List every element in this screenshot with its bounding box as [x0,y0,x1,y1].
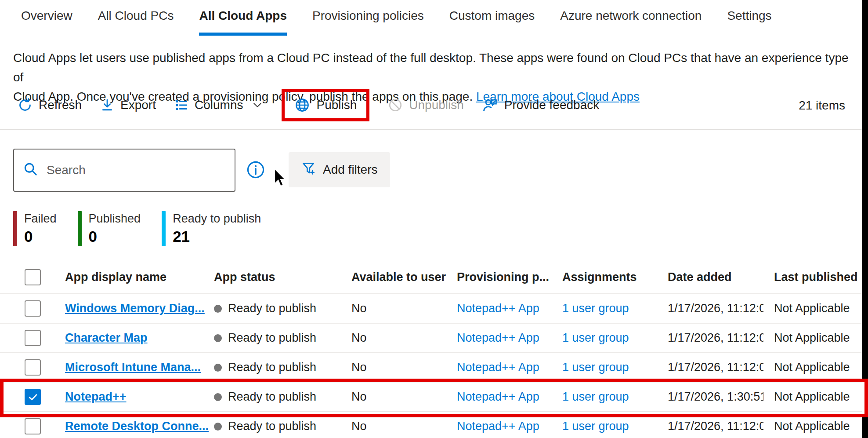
provisioning-policy-link[interactable]: Notepad++ App [457,390,539,403]
available-to-user-value: No [351,361,457,374]
app-status-text: Ready to publish [228,420,316,433]
app-name-link[interactable]: Remote Desktop Conne... [65,420,209,433]
tab-all-cloud-pcs[interactable]: All Cloud PCs [98,9,174,36]
tab-all-cloud-apps[interactable]: All Cloud Apps [199,9,287,36]
search-input[interactable] [47,163,226,177]
description-line-1: Cloud Apps let users use published apps … [13,51,849,84]
last-published-value: Not Applicable [774,361,862,374]
header-date-added[interactable]: Date added [668,270,774,284]
last-published-value: Not Applicable [774,302,862,315]
columns-button[interactable]: Columns [174,98,263,112]
status-failed: Failed 0 [13,211,57,246]
provisioning-policy-link[interactable]: Notepad++ App [457,331,539,344]
publish-label: Publish [316,98,357,112]
table-row: Remote Desktop Conne... Ready to publish… [0,411,862,438]
assignments-link[interactable]: 1 user group [562,302,629,315]
app-status-text: Ready to publish [228,390,316,404]
last-published-value: Not Applicable [774,331,862,345]
status-published: Published 0 [78,211,141,246]
publish-annotation-box: Publish [282,89,369,121]
export-label: Export [120,98,156,112]
refresh-button[interactable]: Refresh [18,98,82,113]
apps-table: App display name App status Available to… [0,261,862,438]
available-to-user-value: No [351,390,457,404]
row-checkbox[interactable] [25,300,41,317]
cursor-icon [273,168,286,190]
available-to-user-value: No [351,331,457,345]
row-checkbox[interactable] [25,330,41,346]
right-edge-strip-top [862,0,868,379]
failed-value: 0 [24,228,57,245]
search-box [13,149,235,192]
tab-custom-images[interactable]: Custom images [449,9,535,36]
assignments-link[interactable]: 1 user group [562,331,629,344]
header-assignments[interactable]: Assignments [562,270,668,284]
table-row: Microsoft Intune Mana... Ready to publis… [0,352,862,382]
app-name-link[interactable]: Microsoft Intune Mana... [65,361,201,374]
date-added-value: 1/17/2026, 11:12:0 [668,361,763,374]
columns-label: Columns [195,98,243,112]
last-published-value: Not Applicable [774,420,862,433]
tab-azure-network-connection[interactable]: Azure network connection [560,9,702,36]
published-label: Published [89,212,141,226]
status-dot-icon [214,364,222,372]
date-added-value: 1/17/2026, 11:12:0 [668,302,763,315]
header-provisioning-policy[interactable]: Provisioning p... [457,270,562,284]
header-app-status[interactable]: App status [214,270,351,284]
refresh-label: Refresh [39,98,82,112]
app-status-text: Ready to publish [228,361,316,374]
header-available-to-user[interactable]: Available to user [351,270,457,284]
tab-settings[interactable]: Settings [727,9,771,36]
add-filters-button[interactable]: Add filters [289,152,390,187]
chevron-down-icon [252,99,263,111]
refresh-icon [18,98,33,113]
last-published-value: Not Applicable [774,390,862,404]
export-icon [100,98,114,112]
select-all-checkbox[interactable] [25,269,41,285]
table-header-row: App display name App status Available to… [0,261,862,293]
table-row: Notepad++ Ready to publish No Notepad++ … [0,382,862,411]
ready-label: Ready to publish [173,212,261,226]
app-name-link[interactable]: Character Map [65,331,148,344]
check-icon [27,391,39,403]
publish-icon [294,97,310,113]
row-checkbox[interactable] [25,359,41,376]
columns-icon [174,98,188,112]
table-row: Windows Memory Diag... Ready to publish … [0,293,862,323]
table-row: Character Map Ready to publish No Notepa… [0,323,862,352]
assignments-link[interactable]: 1 user group [562,420,629,433]
assignments-link[interactable]: 1 user group [562,361,629,374]
status-dot-icon [214,423,222,431]
failed-label: Failed [24,212,57,226]
ready-value: 21 [173,228,261,245]
provide-feedback-label: Provide feedback [504,98,599,112]
available-to-user-value: No [351,420,457,433]
provisioning-policy-link[interactable]: Notepad++ App [457,420,539,433]
tab-provisioning-policies[interactable]: Provisioning policies [312,9,424,36]
publish-button[interactable]: Publish [294,97,357,113]
app-name-link[interactable]: Notepad++ [65,390,127,403]
provide-feedback-button[interactable]: Provide feedback [482,97,599,113]
provisioning-policy-link[interactable]: Notepad++ App [457,302,539,315]
info-icon[interactable] [246,160,265,181]
export-button[interactable]: Export [100,98,156,112]
unpublish-label: Unpublish [409,98,464,112]
ready-color-bar [162,211,166,246]
assignments-link[interactable]: 1 user group [562,390,629,403]
add-filters-label: Add filters [323,163,378,177]
failed-color-bar [13,211,17,246]
table-body: Windows Memory Diag... Ready to publish … [0,293,862,438]
app-status-text: Ready to publish [228,302,316,315]
row-checkbox[interactable] [25,389,41,405]
row-checkbox[interactable] [25,418,41,434]
provisioning-policy-link[interactable]: Notepad++ App [457,361,539,374]
right-edge-strip-bottom [862,417,868,438]
status-summary: Failed 0 Published 0 Ready to publish 21 [13,211,261,246]
date-added-value: 1/17/2026, 11:12:0 [668,331,763,345]
app-name-link[interactable]: Windows Memory Diag... [65,302,205,315]
unpublish-button[interactable]: Unpublish [388,98,464,113]
header-last-published[interactable]: Last published [774,270,862,284]
header-app-display-name[interactable]: App display name [65,270,214,284]
tab-overview[interactable]: Overview [21,9,72,36]
status-dot-icon [214,393,222,401]
